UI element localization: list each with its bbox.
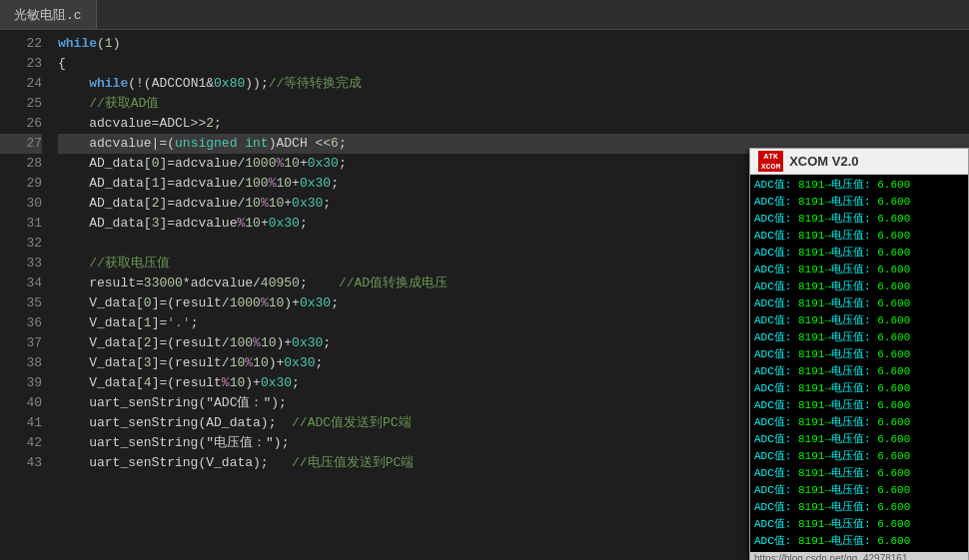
xcom-data-line: ADC值: 8191→电压值: 6.600 [754,533,964,550]
xcom-title-bar: ATK XCOM XCOM V2.0 [750,149,968,175]
line-number: 35 [0,293,42,313]
code-line: while(1) [58,34,969,54]
line-number: 24 [0,74,42,94]
line-number: 34 [0,274,42,293]
line-number: 41 [0,413,42,433]
file-tab[interactable]: 光敏电阻.c [0,0,97,29]
line-number: 26 [0,114,42,134]
xcom-data-line: ADC值: 8191→电压值: 6.600 [754,346,964,363]
xcom-data-line: ADC值: 8191→电压值: 6.600 [754,516,964,533]
xcom-data-line: ADC值: 8191→电压值: 6.600 [754,414,964,431]
code-line: //获取AD值 [58,94,969,114]
xcom-data-line: ADC值: 8191→电压值: 6.600 [754,465,964,482]
xcom-data-line: ADC值: 8191→电压值: 6.600 [754,448,964,465]
line-number: 32 [0,234,42,254]
line-number: 31 [0,214,42,234]
xcom-data-line: ADC值: 8191→电压值: 6.600 [754,499,964,516]
xcom-data-line: ADC值: 8191→电压值: 6.600 [754,482,964,499]
xcom-panel: ATK XCOM XCOM V2.0 ADC值: 8191→电压值: 6.600… [749,148,969,560]
line-number: 43 [0,453,42,473]
line-number: 40 [0,393,42,413]
tab-label: 光敏电阻.c [14,6,82,24]
tab-bar: 光敏电阻.c [0,0,969,30]
code-line: { [58,54,969,74]
line-number: 22 [0,34,42,54]
code-line: while(!(ADCCON1&0x80));//等待转换完成 [58,74,969,94]
line-number: 29 [0,174,42,194]
xcom-data-line: ADC值: 8191→电压值: 6.600 [754,329,964,346]
line-number: 33 [0,254,42,274]
xcom-data-line: ADC值: 8191→电压值: 6.600 [754,262,964,279]
xcom-data-line: ADC值: 8191→电压值: 6.600 [754,194,964,211]
xcom-data-line: ADC值: 8191→电压值: 6.600 [754,397,964,414]
line-number: 36 [0,313,42,333]
xcom-data-line: ADC值: 8191→电压值: 6.600 [754,177,964,194]
xcom-data-line: ADC值: 8191→电压值: 6.600 [754,279,964,295]
xcom-data-line: ADC值: 8191→电压值: 6.600 [754,380,964,397]
line-numbers: 2223242526272829303132333435363738394041… [0,30,50,560]
xcom-data-line: ADC值: 8191→电压值: 6.600 [754,295,964,312]
line-number: 30 [0,194,42,214]
xcom-logo: ATK XCOM [758,151,783,172]
line-number: 27 [0,134,42,154]
line-number: 42 [0,433,42,453]
code-line: adcvalue=ADCL>>2; [58,114,969,134]
line-number: 39 [0,373,42,393]
xcom-data-line: ADC值: 8191→电压值: 6.600 [754,228,964,245]
xcom-data-line: ADC值: 8191→电压值: 6.600 [754,431,964,448]
line-number: 25 [0,94,42,114]
xcom-title: XCOM V2.0 [789,154,858,169]
xcom-url-bar: https://blog.csdn.net/qq_42978161 [750,552,968,560]
xcom-data-line: ADC值: 8191→电压值: 6.600 [754,312,964,329]
xcom-data-line: ADC值: 8191→电压值: 6.600 [754,363,964,380]
line-number: 38 [0,353,42,373]
line-number: 28 [0,154,42,174]
line-number: 23 [0,54,42,74]
xcom-data-line: ADC值: 8191→电压值: 6.600 [754,245,964,262]
xcom-data-line: ADC值: 8191→电压值: 6.600 [754,211,964,228]
line-number: 37 [0,333,42,353]
xcom-data-area[interactable]: ADC值: 8191→电压值: 6.600ADC值: 8191→电压值: 6.6… [750,175,968,552]
